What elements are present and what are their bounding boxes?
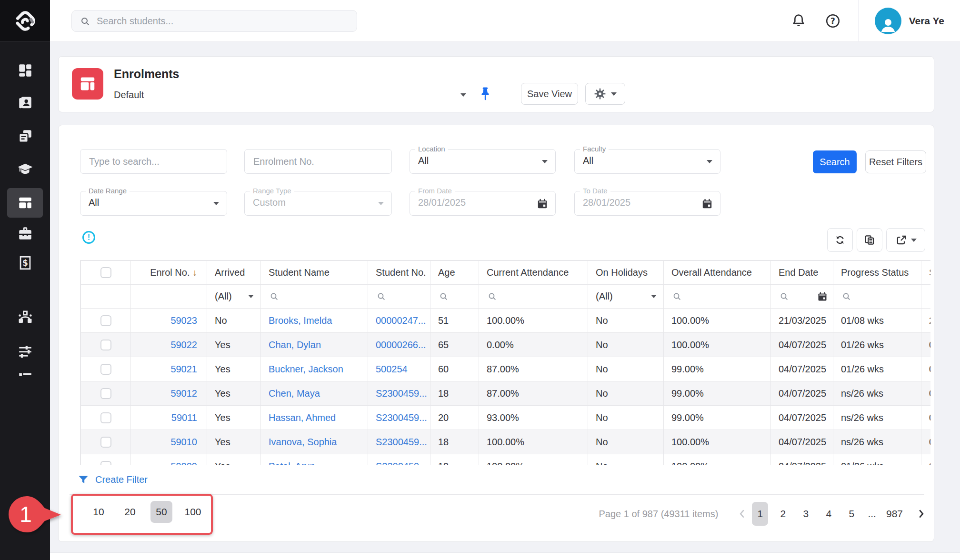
col-progress-status[interactable]: Progress Status xyxy=(833,261,921,285)
next-page-icon[interactable] xyxy=(915,508,927,520)
page-number-1[interactable]: 1 xyxy=(752,502,768,526)
student-name-filter[interactable] xyxy=(269,291,368,302)
enrol-no-link[interactable]: 59021 xyxy=(170,364,197,374)
col-clipped[interactable]: S xyxy=(921,261,931,285)
student-name-link[interactable]: Hassan, Ahmed xyxy=(269,412,336,423)
calendar-icon[interactable] xyxy=(536,198,549,210)
arrived-filter-select[interactable]: (All) xyxy=(215,291,260,302)
create-filter-link[interactable]: Create Filter xyxy=(95,474,148,485)
pin-view-icon[interactable] xyxy=(477,85,494,102)
sidebar-item-students[interactable] xyxy=(7,88,43,118)
student-no-link[interactable]: S2300459... xyxy=(376,412,427,423)
row-checkbox[interactable] xyxy=(100,364,111,375)
app-logo[interactable] xyxy=(0,0,50,42)
sidebar-item-finance[interactable]: $ xyxy=(7,248,43,278)
save-view-button[interactable]: Save View xyxy=(521,83,578,105)
end-date-filter[interactable] xyxy=(779,291,833,302)
column-chooser-button[interactable] xyxy=(857,228,882,252)
student-no-link[interactable]: S2300459... xyxy=(376,461,427,465)
info-icon[interactable]: ! xyxy=(82,231,95,244)
previous-page-icon[interactable] xyxy=(736,508,749,520)
col-age[interactable]: Age xyxy=(430,261,479,285)
col-student-no[interactable]: Student No. xyxy=(368,261,430,285)
on-holidays-filter-select[interactable]: (All) xyxy=(596,291,663,302)
col-on-holidays[interactable]: On Holidays xyxy=(588,261,664,285)
notifications-bell-icon[interactable] xyxy=(790,13,807,29)
calendar-icon[interactable] xyxy=(817,291,828,302)
col-end-date[interactable]: End Date xyxy=(771,261,833,285)
page-number-2[interactable]: 2 xyxy=(775,502,791,526)
col-arrived[interactable]: Arrived xyxy=(207,261,261,285)
enrolment-no-input[interactable] xyxy=(245,150,391,173)
enrol-no-link[interactable]: 59010 xyxy=(170,437,197,447)
refresh-button[interactable] xyxy=(827,228,853,252)
student-name-link[interactable]: Chen, Maya xyxy=(269,388,320,399)
view-settings-button[interactable] xyxy=(585,83,625,105)
col-enrol-no[interactable]: Enrol No.↓ xyxy=(131,261,207,285)
row-checkbox[interactable] xyxy=(100,315,111,326)
student-no-link[interactable]: S2300459... xyxy=(376,388,427,399)
user-name[interactable]: Vera Ye xyxy=(909,15,944,27)
student-name-link[interactable]: Patel, Arun xyxy=(269,461,315,465)
page-number-3[interactable]: 3 xyxy=(798,502,814,526)
enrol-no-link[interactable]: 59012 xyxy=(170,388,197,399)
help-icon[interactable]: ? xyxy=(825,13,841,29)
page-size-100[interactable]: 100 xyxy=(182,501,204,523)
student-no-link[interactable]: 500254 xyxy=(376,364,408,374)
row-checkbox[interactable] xyxy=(100,437,111,448)
student-no-link[interactable]: S2300459... xyxy=(376,437,427,447)
sidebar-item-cards[interactable] xyxy=(7,121,43,151)
progress-status-filter[interactable] xyxy=(841,291,921,302)
enrol-no-link[interactable]: 59023 xyxy=(170,315,197,326)
student-no-link[interactable]: 00000247... xyxy=(376,315,426,326)
student-name-link[interactable]: Ivanova, Sophia xyxy=(269,437,337,447)
current-attendance-filter[interactable] xyxy=(487,291,588,302)
sidebar-item-dashboard[interactable] xyxy=(7,56,43,85)
select-all-checkbox[interactable] xyxy=(100,267,111,278)
student-name-link[interactable]: Brooks, Imelda xyxy=(269,315,332,326)
date-range-select[interactable]: Date Range All xyxy=(80,191,227,216)
page-number-987[interactable]: 987 xyxy=(884,502,905,526)
search-students-input[interactable] xyxy=(97,10,349,31)
page-size-20[interactable]: 20 xyxy=(119,501,141,523)
enrol-no-link[interactable]: 59011 xyxy=(171,412,197,423)
to-date-field[interactable]: To Date 28/01/2025 xyxy=(574,191,720,216)
enrol-no-link[interactable]: 59022 xyxy=(170,340,197,350)
view-selector[interactable]: Default xyxy=(114,86,466,103)
export-button[interactable] xyxy=(886,228,925,252)
page-number-5[interactable]: 5 xyxy=(843,502,860,526)
sidebar-item-automation[interactable] xyxy=(7,302,43,332)
sidebar-item-agents[interactable] xyxy=(7,219,43,248)
student-no-link[interactable]: 00000266... xyxy=(376,340,426,350)
row-checkbox[interactable] xyxy=(100,412,111,423)
col-current-attendance[interactable]: Current Attendance xyxy=(479,261,588,285)
student-name-link[interactable]: Buckner, Jackson xyxy=(269,364,343,374)
student-no-filter[interactable] xyxy=(376,291,430,302)
clipped-filter[interactable] xyxy=(929,291,930,302)
faculty-select[interactable]: Faculty All xyxy=(574,149,720,174)
row-checkbox[interactable] xyxy=(100,340,111,350)
location-select[interactable]: Location All xyxy=(410,149,556,174)
search-button[interactable]: Search xyxy=(813,150,857,173)
from-date-field[interactable]: From Date 28/01/2025 xyxy=(410,191,556,216)
sidebar-item-more[interactable] xyxy=(7,364,43,393)
page-size-50[interactable]: 50 xyxy=(150,501,172,523)
sidebar-item-enrolments[interactable] xyxy=(7,188,43,218)
age-filter[interactable] xyxy=(438,291,479,302)
user-avatar[interactable] xyxy=(875,8,901,34)
student-name-link[interactable]: Chan, Dylan xyxy=(269,340,321,350)
quick-search-input[interactable] xyxy=(80,150,227,173)
overall-attendance-filter[interactable] xyxy=(671,291,770,302)
col-student-name[interactable]: Student Name xyxy=(261,261,368,285)
reset-filters-button[interactable]: Reset Filters xyxy=(865,150,926,173)
sidebar-item-settings[interactable] xyxy=(7,337,43,366)
page-size-10[interactable]: 10 xyxy=(88,501,110,523)
calendar-icon[interactable] xyxy=(701,198,713,210)
range-type-select[interactable]: Range Type Custom xyxy=(244,191,392,216)
row-checkbox[interactable] xyxy=(100,461,111,465)
row-checkbox[interactable] xyxy=(100,388,111,399)
page-number-4[interactable]: 4 xyxy=(820,502,837,526)
sidebar-item-courses[interactable] xyxy=(7,154,43,184)
col-overall-attendance[interactable]: Overall Attendance xyxy=(664,261,771,285)
enrol-no-link[interactable]: 59009 xyxy=(170,461,197,465)
